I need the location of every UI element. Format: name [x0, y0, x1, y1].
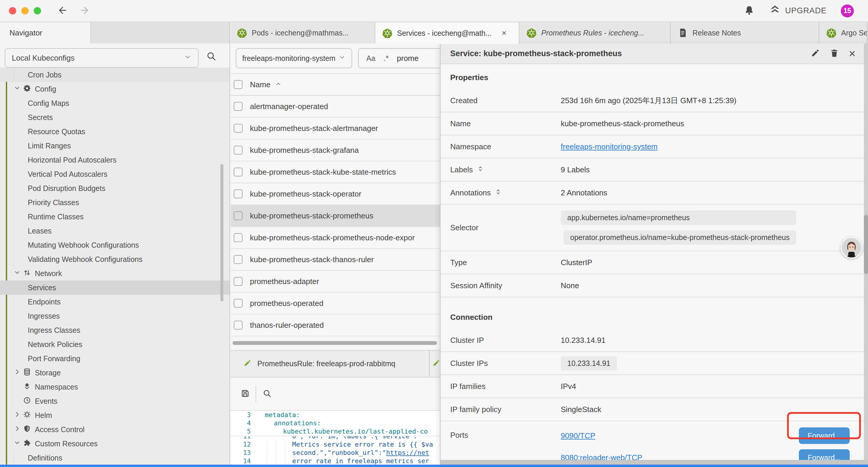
navigator-panel-tab[interactable]: Navigator	[0, 22, 91, 43]
sidebar-item-network-policies[interactable]: Network Policies	[0, 337, 229, 351]
sidebar-item-storage[interactable]: Storage	[0, 366, 229, 380]
detail-value: kube-prometheus-stack-prometheus	[561, 119, 684, 128]
notification-bell-icon[interactable]	[744, 5, 755, 17]
sidebar-item-events[interactable]: Events	[0, 394, 229, 408]
namespace-link[interactable]: freeleaps-monitoring-system	[561, 142, 658, 151]
row-checkbox[interactable]	[234, 102, 243, 111]
minimize-traffic-light[interactable]	[21, 7, 29, 14]
drawer-bottom-scrollbar[interactable]	[440, 460, 868, 465]
kubeconfig-dropdown[interactable]: Local Kubeconfigs	[5, 48, 198, 68]
editor-search-icon[interactable]	[262, 389, 272, 399]
close-traffic-light[interactable]	[9, 7, 16, 14]
sidebar-item-vertical-pod-autoscalers[interactable]: Vertical Pod Autoscalers	[0, 167, 229, 181]
table-row[interactable]: kube-prometheus-stack-operator	[231, 183, 440, 205]
match-case-toggle[interactable]: Aa	[366, 54, 375, 63]
sidebar-item-cron-jobs[interactable]: Cron Jobs	[0, 68, 229, 82]
table-row[interactable]: kube-prometheus-stack-alertmanager	[231, 118, 440, 140]
sidebar-item-limit-ranges[interactable]: Limit Ranges	[0, 139, 229, 153]
search-icon[interactable]	[206, 51, 216, 62]
sidebar-item-horizontal-pod-autoscalers[interactable]: Horizontal Pod Autoscalers	[0, 153, 229, 167]
row-checkbox[interactable]	[234, 277, 243, 286]
yaml-editor[interactable]: 3metadata:4annotations:5kubectl.kubernet…	[231, 411, 440, 465]
row-checkbox[interactable]	[234, 211, 243, 220]
table-row[interactable]: kube-prometheus-stack-kube-state-metrics	[231, 162, 440, 183]
sidebar-item-label: Network	[35, 269, 62, 278]
sort-updown-icon[interactable]	[494, 188, 502, 198]
sidebar-item-config-maps[interactable]: Config Maps	[0, 96, 229, 110]
section-heading: Properties	[440, 64, 864, 89]
namespace-dropdown[interactable]: freeleaps-monitoring-system	[236, 48, 352, 68]
detail-label: Ports	[440, 431, 561, 440]
code-line: 5kubectl.kubernetes.io/last-applied-co	[231, 428, 440, 436]
sidebar-item-pod-disruption-budgets[interactable]: Pod Disruption Budgets	[0, 181, 229, 195]
row-checkbox[interactable]	[234, 168, 243, 176]
upgrade-button[interactable]: UPGRADE	[769, 4, 827, 18]
name-column-header[interactable]: Name	[250, 80, 270, 89]
notification-count-badge[interactable]: 15	[841, 4, 854, 18]
row-checkbox[interactable]	[234, 233, 243, 242]
sidebar-scrollbar-thumb[interactable]	[220, 164, 223, 301]
row-checkbox[interactable]	[234, 255, 243, 264]
editor-tab-prometheusrule[interactable]: PrometheusRule: freeleaps-prod-rabbitmq	[231, 351, 430, 377]
row-checkbox[interactable]	[234, 299, 243, 308]
row-checkbox[interactable]	[234, 321, 243, 329]
cluster-tab-3[interactable]: Prometheus Rules - icecheng...	[519, 22, 671, 43]
table-row[interactable]: kube-prometheus-stack-prometheus-node-ex…	[231, 227, 440, 249]
table-row[interactable]: alertmanager-operated	[231, 96, 440, 118]
regex-toggle[interactable]: .*	[384, 54, 389, 63]
cluster-tab-2[interactable]: Services - icecheng@math...×	[375, 22, 519, 44]
table-row[interactable]: thanos-ruler-operated	[231, 315, 440, 337]
code-link[interactable]: https://net	[386, 449, 429, 456]
sort-updown-icon[interactable]	[476, 165, 484, 175]
table-row[interactable]: prometheus-adapter	[231, 271, 440, 293]
horizontal-scrollbar-thumb[interactable]	[232, 341, 437, 345]
close-icon[interactable]: ×	[849, 49, 856, 58]
tab-close-icon[interactable]: ×	[502, 28, 506, 38]
sidebar-item-definitions[interactable]: Definitions	[0, 451, 229, 465]
edit-pencil-icon[interactable]	[811, 49, 820, 59]
table-row[interactable]: prometheus-operated	[231, 293, 440, 315]
delete-trash-icon[interactable]	[830, 49, 839, 59]
sidebar-item-ingresses[interactable]: Ingresses	[0, 309, 229, 323]
sidebar-item-helm[interactable]: Helm	[0, 408, 229, 422]
drawer-scrollbar-thumb[interactable]	[864, 215, 868, 274]
sidebar-item-leases[interactable]: Leases	[0, 224, 229, 238]
sidebar-item-access-control[interactable]: Access Control	[0, 422, 229, 437]
cluster-tab-5[interactable]: Argo Se	[819, 22, 867, 43]
forward-arrow-icon[interactable]	[79, 5, 90, 17]
table-row[interactable]: kube-prometheus-stack-prometheus	[231, 205, 440, 227]
row-checkbox[interactable]	[234, 124, 243, 133]
sidebar-item-priority-classes[interactable]: Priority Classes	[0, 195, 229, 209]
save-icon[interactable]	[241, 389, 250, 399]
port-forward-button[interactable]: Forward...	[799, 428, 850, 444]
user-avatar[interactable]	[840, 237, 862, 259]
sidebar-item-validating-webhook-configurations[interactable]: Validating Webhook Configurations	[0, 252, 229, 266]
detail-value: 10.233.14.91	[561, 336, 606, 345]
sidebar-item-services[interactable]: Services	[0, 281, 229, 295]
editor-tab-clipped[interactable]	[430, 351, 440, 377]
sidebar-item-config[interactable]: Config	[0, 82, 229, 96]
sidebar-item-namespaces[interactable]: Namespaces	[0, 380, 229, 394]
sidebar-item-mutating-webhook-configurations[interactable]: Mutating Webhook Configurations	[0, 238, 229, 252]
port-link[interactable]: 9090/TCP	[561, 431, 595, 440]
table-row[interactable]: kube-prometheus-stack-thanos-ruler	[231, 249, 440, 271]
sidebar-item-ingress-classes[interactable]: Ingress Classes	[0, 323, 229, 337]
maximize-traffic-light[interactable]	[34, 7, 41, 14]
back-arrow-icon[interactable]	[57, 5, 68, 17]
sidebar-item-network[interactable]: Network	[0, 266, 229, 281]
sort-ascending-icon[interactable]	[275, 81, 282, 88]
cluster-tab-4[interactable]: Release Notes	[671, 22, 819, 43]
select-all-checkbox[interactable]	[234, 80, 243, 89]
sidebar-item-endpoints[interactable]: Endpoints	[0, 295, 229, 309]
sidebar-item-custom-resources[interactable]: Custom Resources	[0, 437, 229, 451]
table-row[interactable]: kube-prometheus-stack-grafana	[231, 140, 440, 162]
sidebar-item-resource-quotas[interactable]: Resource Quotas	[0, 124, 229, 139]
row-checkbox[interactable]	[234, 146, 243, 154]
sidebar-item-runtime-classes[interactable]: Runtime Classes	[0, 209, 229, 224]
sidebar-item-secrets[interactable]: Secrets	[0, 110, 229, 124]
sidebar-item-label: Storage	[35, 369, 61, 377]
cluster-tab-1[interactable]: Pods - icecheng@mathmas...	[230, 22, 375, 43]
row-checkbox[interactable]	[234, 189, 243, 198]
filter-input[interactable]: Aa .* prome	[358, 48, 440, 68]
sidebar-item-port-forwarding[interactable]: Port Forwarding	[0, 351, 229, 366]
